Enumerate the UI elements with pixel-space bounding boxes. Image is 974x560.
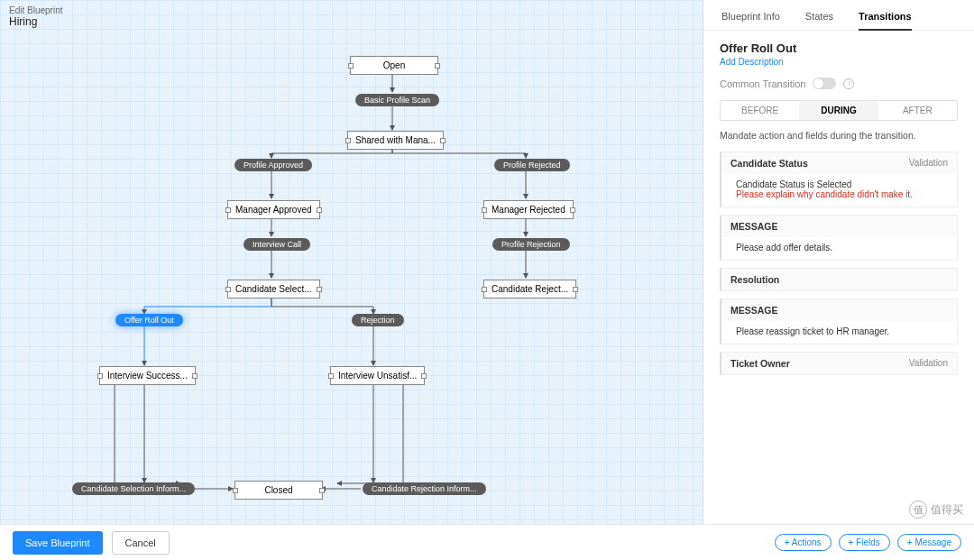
transition-title: Offer Roll Out — [720, 41, 958, 55]
common-transition-label: Common Transition — [720, 78, 805, 89]
transition-interview-call[interactable]: Interview Call — [244, 238, 310, 251]
state-manager-approved[interactable]: Manager Approved — [227, 200, 320, 219]
state-interview-unsatisfactory[interactable]: Interview Unsatisf... — [330, 366, 425, 385]
cancel-button[interactable]: Cancel — [112, 531, 170, 555]
state-manager-rejected[interactable]: Manager Rejected — [483, 200, 574, 219]
transition-candidate-rejection-inform[interactable]: Candidate Rejection Inform... — [363, 482, 486, 495]
transition-profile-approved[interactable]: Profile Approved — [234, 159, 312, 171]
panel-tabs: Blueprint Info States Transitions — [703, 0, 974, 31]
state-candidate-reject[interactable]: Candidate Reject... — [483, 280, 576, 298]
state-open[interactable]: Open — [350, 56, 438, 75]
tab-blueprint-info[interactable]: Blueprint Info — [721, 7, 780, 30]
save-blueprint-button[interactable]: Save Blueprint — [13, 531, 103, 555]
field-item[interactable]: MESSAGEPlease reassign ticket to HR mana… — [720, 298, 958, 344]
state-closed[interactable]: Closed — [234, 481, 323, 500]
field-body: Candidate Status is SelectedPlease expla… — [721, 174, 957, 207]
transition-candidate-selection-inform[interactable]: Candidate Selection Inform... — [72, 482, 195, 495]
field-name: Ticket Owner — [730, 358, 790, 369]
field-item[interactable]: Resolution — [720, 268, 958, 291]
field-name: Candidate Status — [730, 158, 808, 169]
common-transition-toggle[interactable] — [813, 78, 836, 89]
phase-subtabs: BEFORE DURING AFTER — [720, 100, 958, 121]
add-description-link[interactable]: Add Description — [720, 57, 958, 67]
subtab-before[interactable]: BEFORE — [721, 101, 799, 120]
transition-offer-roll-out[interactable]: Offer Roll Out — [115, 314, 183, 326]
field-name: MESSAGE — [730, 221, 778, 232]
subtab-after[interactable]: AFTER — [878, 101, 957, 120]
edit-label: Edit Blueprint — [9, 5, 62, 15]
mandate-text: Mandate action and fields during the tra… — [720, 130, 958, 141]
tab-states[interactable]: States — [805, 7, 833, 30]
flow-canvas[interactable]: Open Basic Profile Scan Shared with Mana… — [0, 0, 703, 524]
field-item[interactable]: MESSAGEPlease add offer details. — [720, 215, 958, 261]
field-name: MESSAGE — [730, 305, 778, 316]
field-tag: Validation — [909, 358, 948, 369]
add-fields-button[interactable]: + Fields — [839, 534, 890, 551]
side-panel: Blueprint Info States Transitions Offer … — [703, 0, 974, 524]
field-tag: Validation — [909, 158, 948, 169]
transition-profile-rejected[interactable]: Profile Rejected — [494, 159, 570, 171]
state-interview-success[interactable]: Interview Success... — [99, 366, 196, 385]
field-body: Please add offer details. — [721, 237, 957, 260]
info-icon[interactable]: ? — [843, 78, 854, 89]
blueprint-name: Hiring — [9, 15, 62, 28]
subtab-during[interactable]: DURING — [799, 101, 878, 120]
fields-list: Candidate StatusValidationCandidate Stat… — [720, 151, 958, 375]
connectors — [0, 0, 703, 524]
field-item[interactable]: Candidate StatusValidationCandidate Stat… — [720, 151, 958, 207]
footer-bar: Save Blueprint Cancel + Actions + Fields… — [0, 524, 974, 560]
transition-basic-profile-scan[interactable]: Basic Profile Scan — [355, 94, 439, 106]
field-body: Please reassign ticket to HR manager. — [721, 321, 957, 344]
state-shared-with-manager[interactable]: Shared with Mana... — [347, 131, 444, 150]
tab-transitions[interactable]: Transitions — [859, 7, 912, 31]
edit-blueprint-header: Edit Blueprint Hiring — [9, 5, 62, 28]
add-message-button[interactable]: + Message — [897, 534, 961, 551]
field-item[interactable]: Ticket OwnerValidation — [720, 352, 958, 375]
transition-rejection[interactable]: Rejection — [352, 314, 404, 326]
state-candidate-select[interactable]: Candidate Select... — [227, 280, 320, 298]
field-name: Resolution — [730, 274, 779, 285]
transition-profile-rejection[interactable]: Profile Rejection — [492, 238, 570, 251]
add-actions-button[interactable]: + Actions — [775, 534, 832, 551]
